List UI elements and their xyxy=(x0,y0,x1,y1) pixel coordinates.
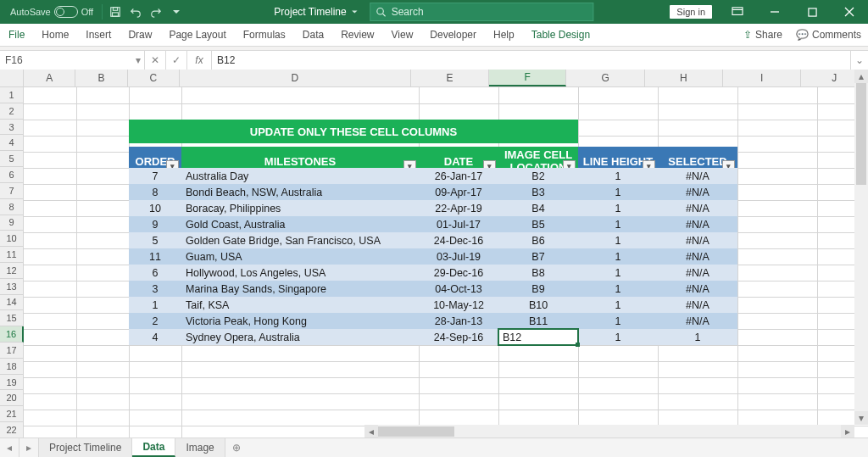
table-cell[interactable]: 1 xyxy=(578,329,658,345)
ribbon-tab-formulas[interactable]: Formulas xyxy=(235,24,294,46)
table-cell[interactable]: #N/A xyxy=(658,184,737,200)
sheet-tab[interactable]: Data xyxy=(132,438,175,457)
ribbon-tab-insert[interactable]: Insert xyxy=(77,24,120,46)
ribbon-tab-file[interactable]: File xyxy=(0,24,33,46)
row-header[interactable]: 5 xyxy=(0,151,24,167)
share-button[interactable]: ⇪Share xyxy=(737,24,789,46)
redo-icon[interactable] xyxy=(147,3,165,21)
row-header[interactable]: 8 xyxy=(0,199,24,215)
table-cell[interactable]: 26-Jan-17 xyxy=(419,168,498,184)
table-cell[interactable]: #N/A xyxy=(658,232,737,248)
row-header[interactable]: 11 xyxy=(0,247,24,263)
table-cell[interactable]: 1 xyxy=(578,281,658,297)
sheet-nav-next-icon[interactable]: ▸ xyxy=(19,438,39,457)
table-cell[interactable]: 1 xyxy=(578,216,658,232)
table-cell[interactable]: #N/A xyxy=(658,265,737,281)
column-header[interactable]: F xyxy=(489,70,566,86)
table-cell[interactable]: 01-Jul-17 xyxy=(419,216,498,232)
ribbon-display-icon[interactable] xyxy=(719,0,756,24)
table-cell[interactable]: 03-Jul-19 xyxy=(419,248,498,265)
formula-input[interactable]: B12 xyxy=(212,51,850,70)
table-cell[interactable]: 28-Jan-13 xyxy=(419,313,498,329)
table-cell[interactable]: Marina Bay Sands, Singapore xyxy=(181,281,419,297)
table-cell[interactable]: 1 xyxy=(578,297,658,313)
column-header[interactable]: B xyxy=(75,70,127,86)
table-cell[interactable]: 6 xyxy=(129,265,181,281)
sheet-tab[interactable]: Image xyxy=(175,438,225,457)
table-cell[interactable]: B11 xyxy=(498,313,578,329)
expand-formula-icon[interactable]: ⌄ xyxy=(850,51,868,70)
row-header[interactable]: 12 xyxy=(0,263,24,279)
enter-formula-button[interactable]: ✓ xyxy=(166,51,187,70)
row-header[interactable]: 16 xyxy=(0,326,24,343)
table-cell[interactable]: Golden Gate Bridge, San Francisco, USA xyxy=(181,232,419,248)
scroll-up-icon[interactable]: ▴ xyxy=(854,70,868,83)
table-cell[interactable]: 24-Sep-16 xyxy=(419,329,498,345)
table-cell[interactable]: 2 xyxy=(129,313,181,329)
table-cell[interactable]: Boracay, Philippines xyxy=(181,200,419,216)
row-header[interactable]: 9 xyxy=(0,215,24,231)
table-cell[interactable]: Gold Coast, Australia xyxy=(181,216,419,232)
sheet-tab[interactable]: Project Timeline xyxy=(39,438,132,457)
row-header[interactable]: 18 xyxy=(0,359,24,375)
table-cell[interactable]: 1 xyxy=(578,313,658,329)
column-header[interactable]: D xyxy=(180,70,411,86)
table-cell[interactable]: B6 xyxy=(498,232,578,248)
table-cell[interactable]: Victoria Peak, Hong Kong xyxy=(181,313,419,329)
ribbon-tab-data[interactable]: Data xyxy=(294,24,332,46)
table-cell[interactable]: 7 xyxy=(129,168,181,184)
table-cell[interactable]: Sydney Opera, Australia xyxy=(181,329,419,345)
signin-button[interactable]: Sign in xyxy=(670,5,712,19)
table-cell[interactable]: #N/A xyxy=(658,216,737,232)
table-cell[interactable]: 8 xyxy=(129,184,181,200)
vertical-scrollbar[interactable]: ▴ ▾ xyxy=(854,70,868,425)
save-icon[interactable] xyxy=(106,3,125,21)
table-cell[interactable]: 1 xyxy=(578,248,658,265)
table-cell[interactable]: B4 xyxy=(498,200,578,216)
table-cell[interactable]: 9 xyxy=(129,216,181,232)
column-header[interactable]: I xyxy=(723,70,801,86)
table-cell[interactable]: B10 xyxy=(498,297,578,313)
scroll-down-icon[interactable]: ▾ xyxy=(854,411,868,425)
name-box[interactable]: F16 ▾ xyxy=(0,51,145,70)
comments-button[interactable]: 💬Comments xyxy=(789,24,868,46)
row-header[interactable]: 15 xyxy=(0,310,24,326)
table-cell[interactable]: #N/A xyxy=(658,168,737,184)
table-cell[interactable]: B12 xyxy=(498,329,578,345)
table-cell[interactable]: Bondi Beach, NSW, Australia xyxy=(181,184,419,200)
row-header[interactable]: 3 xyxy=(0,120,24,136)
autosave-toggle[interactable]: AutoSave Off xyxy=(5,6,98,18)
fx-icon[interactable]: fx xyxy=(187,51,212,70)
table-cell[interactable]: B2 xyxy=(498,168,578,184)
table-cell[interactable]: 4 xyxy=(129,329,181,345)
table-cell[interactable]: 11 xyxy=(129,248,181,265)
table-cell[interactable]: 24-Dec-16 xyxy=(419,232,498,248)
ribbon-tab-developer[interactable]: Developer xyxy=(421,24,485,46)
table-cell[interactable]: 10 xyxy=(129,200,181,216)
row-header[interactable]: 13 xyxy=(0,279,24,295)
new-sheet-button[interactable]: ⊕ xyxy=(225,438,248,457)
table-cell[interactable]: B9 xyxy=(498,281,578,297)
table-cell[interactable]: #N/A xyxy=(658,297,737,313)
row-header[interactable]: 14 xyxy=(0,295,24,311)
table-cell[interactable]: B7 xyxy=(498,248,578,265)
table-cell[interactable]: 1 xyxy=(578,232,658,248)
table-cell[interactable]: #N/A xyxy=(658,313,737,329)
row-header[interactable]: 19 xyxy=(0,375,24,391)
row-header[interactable]: 1 xyxy=(0,87,24,103)
column-header[interactable]: E xyxy=(411,70,489,86)
qat-customize-icon[interactable] xyxy=(167,3,186,21)
row-header[interactable]: 21 xyxy=(0,406,24,422)
table-cell[interactable]: 29-Dec-16 xyxy=(419,265,498,281)
table-cell[interactable]: 1 xyxy=(658,329,737,345)
table-cell[interactable]: Hollywood, Los Angeles, USA xyxy=(181,265,419,281)
ribbon-tab-page-layout[interactable]: Page Layout xyxy=(160,24,234,46)
ribbon-tab-home[interactable]: Home xyxy=(33,24,77,46)
table-cell[interactable]: B8 xyxy=(498,265,578,281)
close-icon[interactable] xyxy=(831,0,868,24)
table-cell[interactable]: Guam, USA xyxy=(181,248,419,265)
row-header[interactable]: 22 xyxy=(0,422,24,438)
maximize-icon[interactable] xyxy=(793,0,831,24)
scroll-right-icon[interactable]: ▸ xyxy=(841,425,854,438)
table-cell[interactable]: 1 xyxy=(129,297,181,313)
